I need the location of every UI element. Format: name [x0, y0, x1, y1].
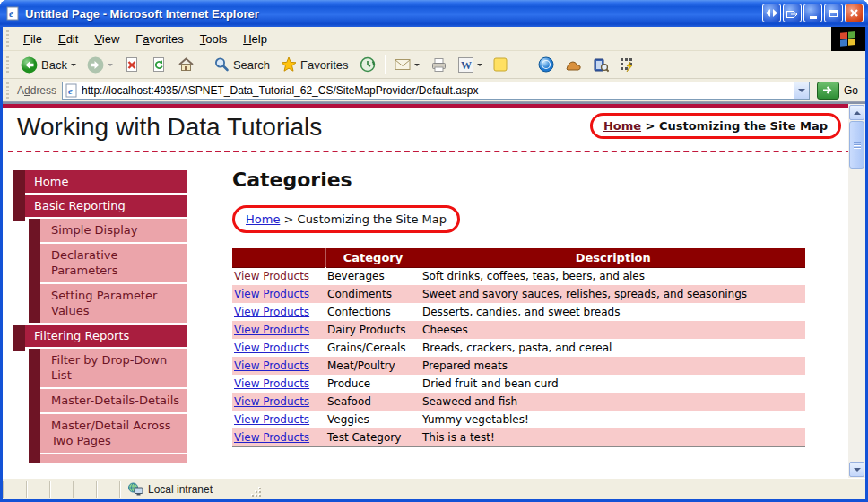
menu-tools[interactable]: Tools — [192, 29, 235, 49]
category-cell: Test Category — [326, 428, 421, 446]
address-dropdown-button[interactable] — [794, 82, 809, 99]
dashed-divider — [8, 151, 860, 152]
toolbar-grip[interactable] — [6, 56, 9, 73]
view-products-link[interactable]: View Products — [234, 306, 309, 318]
go-arrow-icon — [817, 82, 839, 100]
orange-tool-button[interactable] — [560, 55, 587, 75]
view-products-link[interactable]: View Products — [234, 342, 309, 354]
view-products-link[interactable]: View Products — [234, 431, 309, 444]
sidebar-subgroup: Filter by Drop-Down ListMaster-Details-D… — [29, 349, 187, 463]
view-products-link[interactable]: View Products — [234, 288, 309, 300]
description-cell: This is a test! — [421, 428, 805, 446]
addressbar-grip[interactable] — [6, 82, 9, 99]
exit-box-arrow-icon — [786, 8, 798, 18]
view-products-link[interactable]: View Products — [234, 413, 309, 426]
description-cell: Soft drinks, coffees, teas, beers, and a… — [421, 267, 805, 285]
mail-icon — [395, 58, 411, 71]
sidebar-item-basic-reporting[interactable]: Basic Reporting — [13, 195, 187, 217]
scrollbar-thumb[interactable] — [849, 121, 864, 169]
view-products-link[interactable]: View Products — [234, 324, 309, 336]
menu-help[interactable]: Help — [235, 29, 275, 49]
menu-file[interactable]: File — [15, 29, 50, 49]
category-cell: Condiments — [326, 285, 421, 303]
page-title: Working with Data Tutorials — [17, 113, 322, 142]
description-cell: Prepared meats — [421, 357, 805, 375]
sidebar-item-filter-by-drop-down-list[interactable]: Filter by Drop-Down List — [40, 349, 187, 387]
messenger-button[interactable] — [533, 53, 560, 76]
section-heading: Categories — [232, 169, 817, 191]
arrow-down-icon — [854, 468, 861, 475]
edit-button[interactable]: W — [453, 54, 488, 76]
address-label: Address — [17, 84, 56, 97]
category-cell: Beverages — [326, 267, 421, 285]
minimize-button[interactable] — [803, 4, 822, 22]
detach-button[interactable] — [783, 4, 802, 22]
quick-tools-button[interactable] — [614, 54, 640, 76]
sidebar-item-setting-parameter-values[interactable]: Setting Parameter Values — [40, 284, 187, 323]
menu-favorites[interactable]: Favorites — [127, 29, 191, 49]
link-cell: View Products — [232, 428, 326, 446]
description-cell: Sweet and savory sauces, relishes, sprea… — [421, 285, 805, 303]
minimize-icon — [810, 16, 817, 19]
stop-button[interactable] — [118, 53, 145, 76]
discuss-button[interactable] — [488, 54, 513, 75]
scroll-down-button[interactable] — [849, 462, 864, 477]
stop-icon — [124, 56, 140, 73]
link-cell: View Products — [232, 285, 326, 303]
table-row: View ProductsTest CategoryThis is a test… — [232, 428, 805, 446]
maximize-button[interactable] — [824, 4, 843, 22]
menubar-grip[interactable] — [6, 30, 9, 47]
search-button[interactable]: Search — [208, 53, 275, 76]
view-products-link[interactable]: View Products — [234, 377, 309, 390]
address-url: http://localhost:4935/ASPNET_Data_Tutori… — [82, 84, 794, 97]
forward-dropdown-icon — [108, 64, 113, 69]
main-content: Categories Home > Customizing the Site M… — [232, 169, 817, 447]
link-cell: View Products — [232, 339, 326, 357]
resize-grip[interactable] — [250, 481, 263, 498]
breadcrumb-home-link[interactable]: Home — [246, 212, 280, 226]
close-button[interactable] — [845, 4, 864, 22]
sidebar-item-master-details-details[interactable]: Master-Details-Details — [40, 389, 187, 412]
svg-text:e: e — [68, 85, 73, 96]
address-input[interactable]: e http://localhost:4935/ASPNET_Data_Tuto… — [62, 82, 810, 100]
nav-arrows-button[interactable] — [762, 4, 781, 22]
refresh-button[interactable] — [145, 53, 172, 76]
sidebar-item-home[interactable]: Home — [13, 170, 187, 193]
orange-tool-icon — [565, 58, 582, 72]
maximize-icon — [829, 10, 838, 17]
menu-view[interactable]: View — [86, 29, 127, 49]
search-icon — [213, 56, 230, 73]
view-products-link[interactable]: View Products — [234, 270, 309, 282]
vertical-scrollbar[interactable] — [848, 104, 865, 478]
sidebar-item-clipped[interactable] — [40, 454, 187, 463]
menu-bar: FileEditViewFavoritesToolsHelp — [3, 27, 865, 51]
back-button[interactable]: Back — [15, 53, 82, 77]
link-cell: View Products — [232, 375, 326, 393]
mail-button[interactable] — [389, 55, 425, 74]
ie-app-icon: e — [6, 6, 21, 21]
view-products-link[interactable]: View Products — [234, 395, 309, 408]
scroll-up-button[interactable] — [849, 105, 864, 120]
view-products-link[interactable]: View Products — [234, 359, 309, 372]
print-button[interactable] — [425, 54, 453, 76]
page-icon: e — [65, 83, 78, 98]
status-pane — [96, 481, 119, 498]
table-row: View ProductsConfectionsDesserts, candie… — [232, 303, 805, 321]
browser-window: e Untitled Page - Microsoft Internet Exp… — [0, 0, 868, 502]
sidebar-item-simple-display[interactable]: Simple Display — [40, 219, 187, 242]
status-pane — [73, 481, 96, 498]
sidebar-item-master-detail-across-two-pages[interactable]: Master/Detail Across Two Pages — [40, 414, 187, 453]
sidebar-item-declarative-parameters[interactable]: Declarative Parameters — [40, 244, 187, 282]
history-button[interactable] — [354, 53, 381, 76]
research-button[interactable] — [587, 54, 614, 76]
breadcrumb-home-link[interactable]: Home — [603, 119, 641, 133]
title-bar: e Untitled Page - Microsoft Internet Exp… — [0, 0, 868, 27]
breadcrumb-current: > Customizing the Site Map — [280, 212, 447, 226]
go-button[interactable]: Go — [817, 82, 858, 100]
home-button[interactable] — [172, 53, 200, 76]
sidebar-item-filtering-reports[interactable]: Filtering Reports — [13, 325, 187, 347]
favorites-button[interactable]: Favorites — [275, 53, 353, 76]
menu-edit[interactable]: Edit — [50, 29, 86, 49]
forward-button[interactable] — [82, 53, 118, 77]
table-row: View ProductsMeat/PoultryPrepared meats — [232, 357, 805, 375]
